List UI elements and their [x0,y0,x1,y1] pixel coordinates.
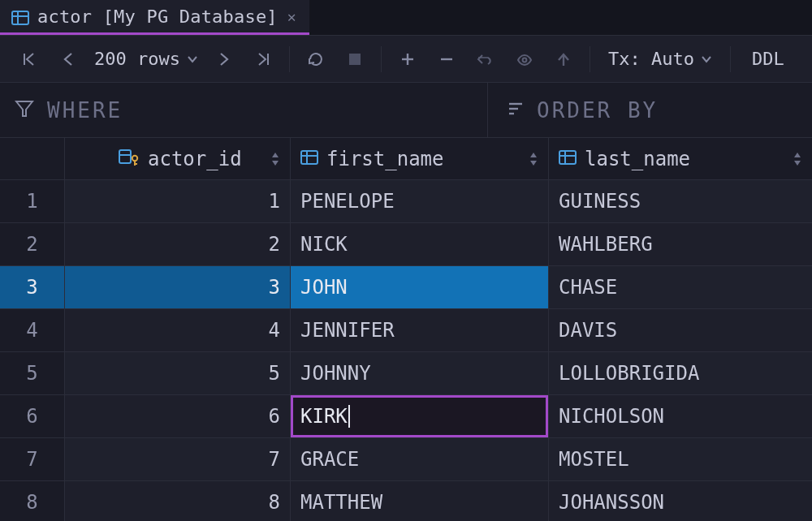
cell-first-name[interactable]: GRACE [291,438,549,480]
separator [730,46,731,72]
first-page-button[interactable] [10,43,49,75]
row-gutter[interactable]: 7 [0,438,65,480]
row-gutter[interactable]: 3 [0,266,65,308]
table-row[interactable]: 11PENELOPEGUINESS [0,180,812,223]
svg-marker-21 [272,161,279,166]
cell-first-name[interactable]: PENELOPE [291,180,549,222]
svg-point-9 [523,58,527,62]
svg-point-17 [132,155,137,160]
cell-actor-id[interactable]: 1 [65,180,291,222]
row-gutter[interactable]: 8 [0,481,65,521]
reload-button[interactable] [296,43,335,75]
separator [590,46,590,72]
cell-actor-id[interactable]: 7 [65,438,291,480]
cell-actor-id[interactable]: 8 [65,481,291,521]
revert-button[interactable] [466,43,505,75]
cell-actor-id[interactable]: 5 [65,352,291,394]
ddl-label: DDL [752,49,784,69]
row-gutter[interactable]: 2 [0,223,65,265]
svg-marker-26 [530,161,537,166]
table-row[interactable]: 33JOHNCHASE [0,266,812,309]
tab-title: actor [My PG Database] [37,6,278,27]
ddl-button[interactable]: DDL [737,49,799,69]
svg-rect-5 [349,54,361,65]
filter-icon [15,98,34,123]
svg-rect-15 [119,150,131,163]
separator [289,46,290,72]
svg-rect-0 [12,11,28,24]
svg-marker-11 [16,101,32,116]
svg-rect-27 [559,151,576,164]
cell-last-name[interactable]: CHASE [549,266,812,308]
cell-first-name[interactable]: JOHNNY [291,352,549,394]
row-gutter[interactable]: 4 [0,309,65,351]
table-icon [11,9,29,24]
sort-indicator-icon [529,151,538,167]
gutter-header[interactable] [0,138,65,179]
cell-last-name[interactable]: WAHLBERG [549,223,812,265]
filter-bar: WHERE ORDER BY [0,83,812,138]
cell-actor-id[interactable]: 2 [65,223,291,265]
cell-last-name[interactable]: JOHANSSON [549,481,812,521]
cell-first-name[interactable]: JENNIFER [291,309,549,351]
row-gutter[interactable]: 6 [0,395,65,437]
preview-changes-button[interactable] [505,43,544,75]
orderby-filter[interactable]: ORDER BY [487,83,812,137]
pk-column-icon [119,148,140,170]
column-label: last_name [585,148,690,170]
sort-icon [503,98,524,123]
table-row[interactable]: 44JENNIFERDAVIS [0,309,812,352]
table-row[interactable]: 55JOHNNYLOLLOBRIGIDA [0,352,812,395]
table-row[interactable]: 66KIRKNICHOLSON [0,395,812,438]
orderby-label: ORDER BY [537,98,658,123]
cell-first-name[interactable]: NICK [291,223,549,265]
column-header-actor-id[interactable]: actor_id [65,138,291,179]
svg-marker-31 [794,161,801,166]
cell-first-name[interactable]: JOHN [291,266,549,308]
remove-row-button[interactable] [427,43,466,75]
table-row[interactable]: 88MATTHEWJOHANSSON [0,481,812,521]
column-icon [559,148,577,170]
data-grid: actor_id first_name last_name 11PENELOPE… [0,138,812,521]
tx-mode-dropdown[interactable]: Tx: Auto [597,49,723,69]
cell-actor-id[interactable]: 6 [65,395,291,437]
cell-last-name[interactable]: GUINESS [549,180,812,222]
row-gutter[interactable]: 5 [0,352,65,394]
table-row[interactable]: 22NICKWAHLBERG [0,223,812,266]
svg-marker-20 [272,153,279,157]
column-label: actor_id [148,148,242,170]
chevron-down-icon [701,55,712,63]
tab-strip: actor [My PG Database] ✕ [0,0,812,36]
row-count-dropdown[interactable]: 200 rows [88,49,205,69]
column-header-last-name[interactable]: last_name [549,138,812,179]
row-count-label: 200 rows [94,49,180,69]
chevron-down-icon [187,55,198,63]
svg-marker-30 [794,153,801,157]
cell-editor-value: KIRK [300,405,348,428]
cell-first-name[interactable]: MATTHEW [291,481,549,521]
sort-indicator-icon [793,151,802,167]
cell-actor-id[interactable]: 3 [65,266,291,308]
column-header-first-name[interactable]: first_name [291,138,549,179]
where-filter[interactable]: WHERE [0,83,487,137]
cell-first-name[interactable]: KIRK [291,395,549,437]
row-gutter[interactable]: 1 [0,180,65,222]
tab-close-icon[interactable]: ✕ [286,8,298,25]
cell-last-name[interactable]: DAVIS [549,309,812,351]
prev-page-button[interactable] [49,43,88,75]
stop-button[interactable] [335,43,374,75]
cell-last-name[interactable]: NICHOLSON [549,395,812,437]
cell-last-name[interactable]: MOSTEL [549,438,812,480]
cell-editor[interactable]: KIRK [291,395,548,437]
cell-last-name[interactable]: LOLLOBRIGIDA [549,352,812,394]
next-page-button[interactable] [205,43,244,75]
sort-indicator-icon [270,151,280,167]
last-page-button[interactable] [244,43,283,75]
tab-actor[interactable]: actor [My PG Database] ✕ [0,0,309,35]
add-row-button[interactable] [388,43,427,75]
submit-button[interactable] [544,43,583,75]
cell-actor-id[interactable]: 4 [65,309,291,351]
tx-mode-label: Tx: Auto [608,49,694,69]
svg-rect-22 [301,151,317,164]
table-row[interactable]: 77GRACEMOSTEL [0,438,812,481]
